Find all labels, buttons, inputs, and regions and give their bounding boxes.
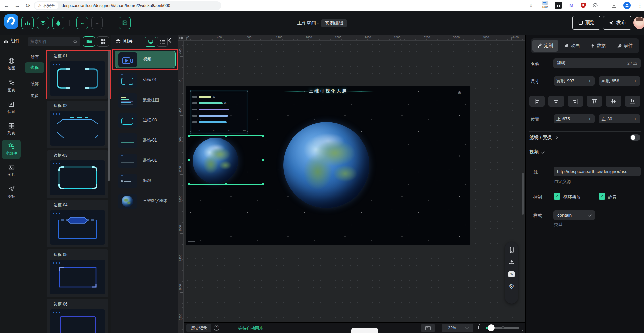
browser-reload-icon[interactable]: ⟳ <box>24 2 32 10</box>
component-card-border05[interactable]: 边框-05 <box>47 249 108 297</box>
video-section-header[interactable]: 视频 <box>529 149 544 155</box>
rail-item-image[interactable]: 图片 <box>2 161 21 180</box>
height-stepper[interactable]: 高度658 − + <box>599 76 640 86</box>
theme-droplet-button[interactable] <box>52 17 64 29</box>
align-vertical-center-button[interactable] <box>606 96 621 107</box>
big-earth-globe[interactable] <box>283 122 369 208</box>
selection-handle[interactable] <box>188 159 190 161</box>
redo-button[interactable]: → <box>91 17 103 29</box>
bar-chart-widget[interactable]: 20 40 0204060 <box>190 90 248 134</box>
rail-item-list[interactable]: 列表 <box>2 119 21 139</box>
extension-dark-icon[interactable] <box>555 2 562 9</box>
rail-item-icons[interactable]: 图标 <box>2 182 21 202</box>
security-chip[interactable]: ⚠ 不安全 <box>35 2 58 9</box>
source-input[interactable]: http://desp.casearth.cn/designer/ass <box>554 167 641 176</box>
selection-handle[interactable] <box>188 135 190 137</box>
style-dropdown[interactable]: contain <box>553 210 595 220</box>
tab-animation[interactable]: 动画 <box>559 40 585 52</box>
rail-item-chart[interactable]: 图表 <box>2 76 21 96</box>
selection-handle[interactable] <box>262 135 264 137</box>
cards-scrollbar[interactable] <box>108 50 110 181</box>
height-minus-button[interactable]: − <box>624 78 628 84</box>
subcat-more[interactable]: 更多 <box>25 90 44 101</box>
url-text[interactable]: desp.casearth.cn/designer/#/chart/home/2… <box>62 3 170 8</box>
canvas-area[interactable]: 0 400 800 1200 1600 2000 2400 2800 3200 … <box>178 35 525 333</box>
preview-button[interactable]: 预览 <box>572 16 600 30</box>
zoom-dropdown[interactable]: 22% <box>442 324 473 332</box>
align-top-button[interactable] <box>587 96 602 107</box>
selection-handle[interactable] <box>225 135 227 137</box>
width-plus-button[interactable]: + <box>587 78 592 84</box>
subcat-all[interactable]: 所有 <box>25 52 44 62</box>
layer-row-title[interactable]: 标题 <box>115 172 176 190</box>
tab-data[interactable]: 数据 <box>585 40 611 52</box>
publish-button[interactable]: 发布 <box>603 16 631 30</box>
grid-view-button[interactable] <box>97 36 109 47</box>
layers-list-view-button[interactable] <box>157 37 168 47</box>
layers-tool-button[interactable] <box>37 17 49 29</box>
loop-checkbox[interactable]: ✓ <box>554 193 560 200</box>
top-plus-button[interactable]: + <box>587 116 592 122</box>
selection-handle[interactable] <box>225 183 227 185</box>
address-bar[interactable]: ⚠ 不安全 desp.casearth.cn/designer/#/chart/… <box>34 1 221 10</box>
align-right-button[interactable] <box>568 96 583 107</box>
width-stepper[interactable]: 宽度997 − + <box>554 76 595 86</box>
align-bottom-button[interactable] <box>625 96 640 107</box>
browser-back-icon[interactable]: ← <box>3 2 11 10</box>
browser-forward-icon[interactable]: → <box>13 2 21 10</box>
lock-icon[interactable] <box>478 326 483 329</box>
height-plus-button[interactable]: + <box>633 78 638 84</box>
edit-button[interactable]: ✎ <box>506 269 517 280</box>
undo-button[interactable]: ← <box>76 17 88 29</box>
profile-icon[interactable] <box>623 2 631 9</box>
resize-handle-icon[interactable] <box>521 329 523 331</box>
collapse-layers-icon[interactable] <box>168 38 173 43</box>
layer-row-barchart[interactable]: 数量柱图 <box>115 92 176 109</box>
artboard-settings-icon[interactable]: ⊕ <box>458 90 461 95</box>
app-logo[interactable] <box>4 14 18 29</box>
layer-row-deco01b[interactable]: 装饰-01 <box>115 152 176 170</box>
left-minus-button[interactable]: − <box>620 116 625 122</box>
bookmark-star-icon[interactable]: ☆ <box>527 2 535 9</box>
download-button[interactable] <box>506 256 517 267</box>
layer-row-video[interactable]: 视频 <box>115 51 176 68</box>
align-left-button[interactable] <box>529 96 545 107</box>
component-card-border04[interactable]: 边框-04 <box>47 200 108 247</box>
help-icon[interactable]: ? <box>214 325 219 331</box>
extensions-puzzle-icon[interactable] <box>592 2 599 9</box>
canvas-scrollbar[interactable] <box>522 173 524 215</box>
folder-view-button[interactable] <box>83 36 95 47</box>
name-input[interactable]: 视频 2 / 12 <box>553 58 641 68</box>
chart-tool-button[interactable] <box>21 17 34 29</box>
component-card-border06[interactable]: 边框-06 <box>47 299 108 333</box>
align-horizontal-center-button[interactable] <box>548 96 564 107</box>
subcat-decoration[interactable]: 装饰 <box>25 78 44 89</box>
tab-customize[interactable]: 定制 <box>532 40 558 52</box>
downloads-icon[interactable] <box>610 2 618 9</box>
user-avatar[interactable] <box>633 17 644 29</box>
extension-shield-icon[interactable] <box>580 2 587 9</box>
filter-transform-header[interactable]: 滤镜 / 变换 <box>529 134 557 141</box>
search-input[interactable]: 搜索组件 <box>28 37 80 46</box>
chrome-menu-icon[interactable]: ⋮ <box>636 2 644 10</box>
save-button[interactable] <box>119 17 131 29</box>
left-plus-button[interactable]: + <box>633 116 638 122</box>
component-card-border01[interactable]: 边框-01 <box>47 51 108 99</box>
selection-handle[interactable] <box>262 183 264 185</box>
layer-row-earth[interactable]: 三维数字地球 <box>115 192 176 210</box>
layer-row-deco01a[interactable]: 装饰-01 <box>115 132 176 150</box>
top-stepper[interactable]: 上675 − + <box>554 114 595 123</box>
selection-handle[interactable] <box>262 159 264 161</box>
settings-button[interactable]: ⚙ <box>506 281 517 292</box>
selected-video-component[interactable] <box>189 135 263 185</box>
history-button[interactable]: 历史记录 <box>186 324 211 332</box>
mobile-preview-button[interactable] <box>506 244 517 255</box>
artboard[interactable]: 三维可视化大屏 ⊕ 20 40 0204060 <box>186 86 470 245</box>
layer-row-border01[interactable]: 边框-01 <box>115 72 176 89</box>
tab-events[interactable]: 事件 <box>612 40 638 52</box>
filter-toggle[interactable] <box>630 134 640 141</box>
top-minus-button[interactable]: − <box>576 116 581 122</box>
layers-thumbnail-view-button[interactable] <box>145 37 156 47</box>
subcat-border[interactable]: 边框 <box>25 62 44 73</box>
component-card-border02[interactable]: 边框-02 <box>47 101 108 148</box>
